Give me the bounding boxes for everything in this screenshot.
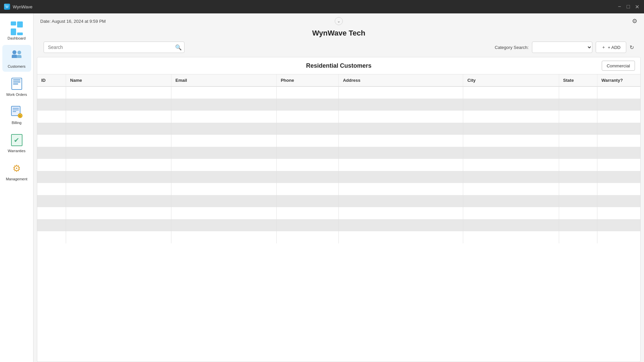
maximize-button[interactable]: □ bbox=[625, 4, 631, 10]
table-row[interactable] bbox=[37, 183, 640, 195]
cell-address bbox=[339, 135, 463, 147]
table-row[interactable] bbox=[37, 135, 640, 147]
cell-id bbox=[37, 111, 66, 123]
cell-phone bbox=[276, 135, 339, 147]
dashboard-icon bbox=[9, 20, 24, 35]
cell-name bbox=[66, 147, 171, 159]
cell-warranty bbox=[597, 159, 640, 171]
cell-id bbox=[37, 99, 66, 111]
sidebar-item-warranties[interactable]: ✔ Warranties bbox=[2, 129, 31, 156]
cell-id bbox=[37, 159, 66, 171]
table-row[interactable] bbox=[37, 231, 640, 243]
title-bar-left: W WynWave bbox=[4, 4, 33, 10]
close-button[interactable]: ✕ bbox=[634, 4, 640, 10]
table-row[interactable] bbox=[37, 219, 640, 231]
cell-warranty bbox=[597, 123, 640, 135]
sidebar-item-dashboard[interactable]: Dashboard bbox=[2, 17, 31, 44]
management-icon: ⚙ bbox=[9, 161, 24, 176]
top-bar: Date: August 16, 2024 at 9:59 PM ⌄ ⚙ bbox=[34, 13, 644, 27]
cell-id bbox=[37, 135, 66, 147]
table-row[interactable] bbox=[37, 86, 640, 99]
refresh-button[interactable]: ↻ bbox=[630, 44, 634, 51]
customers-icon bbox=[9, 48, 24, 63]
cell-address bbox=[339, 99, 463, 111]
cell-warranty bbox=[597, 111, 640, 123]
cell-email bbox=[171, 171, 277, 183]
cell-city bbox=[463, 135, 559, 147]
search-wrapper: 🔍 bbox=[44, 42, 184, 53]
cell-address bbox=[339, 123, 463, 135]
settings-icon: ⚙ bbox=[632, 18, 637, 24]
cell-id bbox=[37, 207, 66, 219]
cell-email bbox=[171, 183, 277, 195]
cell-state bbox=[559, 99, 597, 111]
cell-state bbox=[559, 159, 597, 171]
cell-name bbox=[66, 99, 171, 111]
cell-name bbox=[66, 111, 171, 123]
commercial-button[interactable]: Commercial bbox=[602, 61, 635, 71]
app-title: WynWave Tech bbox=[34, 27, 644, 42]
table-row[interactable] bbox=[37, 159, 640, 171]
title-bar-controls: − □ ✕ bbox=[616, 4, 640, 10]
cell-phone bbox=[276, 159, 339, 171]
minimize-button[interactable]: − bbox=[616, 4, 623, 10]
cell-email bbox=[171, 111, 277, 123]
cell-state bbox=[559, 123, 597, 135]
cell-address bbox=[339, 207, 463, 219]
settings-button[interactable]: ⚙ bbox=[632, 17, 637, 25]
cell-phone bbox=[276, 207, 339, 219]
cell-city bbox=[463, 99, 559, 111]
search-right: Category Search: Name Email Phone Addres… bbox=[495, 42, 634, 53]
table-row[interactable] bbox=[37, 147, 640, 159]
cell-warranty bbox=[597, 135, 640, 147]
cell-phone bbox=[276, 171, 339, 183]
search-input[interactable] bbox=[44, 42, 184, 53]
cell-phone bbox=[276, 111, 339, 123]
cell-address bbox=[339, 183, 463, 195]
customers-section-title: Residential Customers bbox=[240, 62, 438, 69]
category-dropdown[interactable]: Name Email Phone Address City State bbox=[532, 42, 592, 53]
customers-section: Residential Customers Commercial ID Name… bbox=[37, 57, 641, 362]
date-display: Date: August 16, 2024 at 9:59 PM bbox=[40, 19, 106, 24]
col-header-email: Email bbox=[171, 74, 277, 86]
cell-phone bbox=[276, 219, 339, 231]
table-row[interactable] bbox=[37, 111, 640, 123]
sidebar-item-customers[interactable]: Customers bbox=[2, 45, 31, 72]
cell-city bbox=[463, 219, 559, 231]
cell-warranty bbox=[597, 219, 640, 231]
sidebar-item-billing[interactable]: $ Billing bbox=[2, 101, 31, 128]
sidebar-item-management[interactable]: ⚙ Management bbox=[2, 158, 31, 184]
add-button[interactable]: ＋ + ADD bbox=[596, 42, 626, 53]
cell-name bbox=[66, 86, 171, 99]
cell-address bbox=[339, 231, 463, 243]
cell-address bbox=[339, 159, 463, 171]
cell-warranty bbox=[597, 99, 640, 111]
sidebar: Dashboard Customers bbox=[0, 13, 34, 362]
cell-name bbox=[66, 123, 171, 135]
col-header-name: Name bbox=[66, 74, 171, 86]
search-button[interactable]: 🔍 bbox=[175, 44, 182, 51]
cell-state bbox=[559, 111, 597, 123]
table-row[interactable] bbox=[37, 99, 640, 111]
cell-email bbox=[171, 195, 277, 207]
collapse-button[interactable]: ⌄ bbox=[335, 17, 343, 25]
table-row[interactable] bbox=[37, 207, 640, 219]
cell-city bbox=[463, 111, 559, 123]
cell-address bbox=[339, 111, 463, 123]
cell-name bbox=[66, 183, 171, 195]
table-row[interactable] bbox=[37, 195, 640, 207]
table-row[interactable] bbox=[37, 123, 640, 135]
app-name: WynWave bbox=[13, 4, 33, 9]
sidebar-item-workorders[interactable]: Work Orders bbox=[2, 73, 31, 100]
warranties-icon: ✔ bbox=[9, 133, 24, 147]
cell-phone bbox=[276, 99, 339, 111]
cell-city bbox=[463, 183, 559, 195]
table-row[interactable] bbox=[37, 171, 640, 183]
add-icon: ＋ bbox=[601, 44, 606, 50]
cell-id bbox=[37, 183, 66, 195]
cell-state bbox=[559, 171, 597, 183]
cell-id bbox=[37, 219, 66, 231]
cell-name bbox=[66, 171, 171, 183]
cell-name bbox=[66, 159, 171, 171]
cell-email bbox=[171, 147, 277, 159]
